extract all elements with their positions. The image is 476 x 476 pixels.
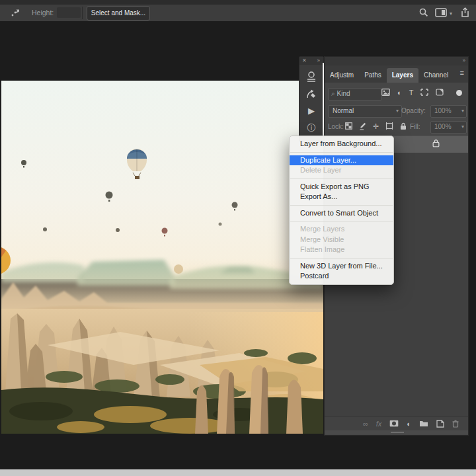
menu-separator: [290, 221, 393, 221]
close-icon[interactable]: ✕: [302, 57, 307, 65]
search-icon[interactable]: [418, 7, 429, 18]
layer-context-menu: Layer from Background... Duplicate Layer…: [289, 136, 394, 285]
opacity-value: 100%: [434, 107, 452, 114]
workspace-switcher-icon[interactable]: [435, 8, 447, 17]
properties-panel-icon[interactable]: [305, 70, 318, 83]
panel-menu-icon[interactable]: ≡: [460, 69, 464, 77]
options-divider: [82, 7, 83, 19]
chevron-down-icon: ▾: [396, 106, 399, 116]
lock-paint-icon[interactable]: [359, 122, 366, 131]
lock-move-icon[interactable]: ✛: [373, 122, 379, 131]
menu-item-merge-layers: Merge Layers: [290, 224, 393, 235]
layers-panel-toolbar: ∞ fx ◐: [325, 416, 468, 430]
photoshop-window: Height: Select and Mask... ▾: [0, 0, 476, 476]
filter-type-layers-icon[interactable]: T: [409, 89, 414, 97]
menu-item-merge-visible: Merge Visible: [290, 235, 393, 245]
info-panel-icon[interactable]: ⓘ: [305, 122, 318, 135]
collapse-panels-icon[interactable]: »: [317, 57, 320, 65]
menu-item-duplicate-layer[interactable]: Duplicate Layer...: [290, 155, 393, 166]
fill-input[interactable]: 100% ▾: [430, 121, 467, 134]
lock-transparency-icon[interactable]: [345, 122, 352, 131]
menu-item-new-3d-layer[interactable]: New 3D Layer from File...: [290, 261, 393, 272]
delete-layer-icon[interactable]: [452, 420, 459, 428]
opacity-label: Opacity:: [401, 107, 426, 114]
fill-value: 100%: [434, 123, 452, 130]
canvas-photo[interactable]: [1, 81, 323, 434]
menu-separator: [290, 205, 393, 206]
chevron-down-icon: ▾: [461, 106, 464, 116]
lock-icon: [432, 139, 440, 147]
tab-channels[interactable]: Channel: [418, 68, 454, 83]
filter-pixel-layers-icon[interactable]: [381, 89, 390, 97]
panel-tabs: Adjustm Paths Layers Channel: [325, 65, 468, 83]
adjustment-layer-icon[interactable]: ◐: [407, 420, 411, 428]
filter-kind-label: Kind: [337, 90, 350, 97]
filter-adjustment-layers-icon[interactable]: ◐: [397, 89, 402, 97]
menu-separator: [290, 152, 393, 153]
menu-item-layer-from-background[interactable]: Layer from Background...: [290, 139, 393, 149]
tool-options-bar: Height: Select and Mask... ▾: [0, 5, 476, 22]
blend-mode-select[interactable]: Normal ▾: [328, 105, 402, 118]
blend-mode-row: Normal ▾ Opacity: 100% ▾: [325, 104, 468, 119]
new-group-icon[interactable]: [419, 420, 428, 427]
panel-scrollbar[interactable]: [325, 430, 468, 434]
panel-icon-dock: ✕ » ▶ ⓘ: [299, 56, 324, 142]
select-and-mask-button[interactable]: Select and Mask...: [87, 6, 150, 20]
height-label: Height:: [32, 5, 54, 21]
add-mask-icon[interactable]: [389, 420, 399, 427]
layer-filter-row: ⌕Kind ◐ T: [325, 87, 468, 102]
tab-paths[interactable]: Paths: [359, 68, 387, 83]
filter-smart-objects-icon[interactable]: [436, 89, 444, 97]
new-layer-icon[interactable]: [436, 420, 444, 428]
panel-header: »: [325, 57, 468, 65]
menu-item-export-as[interactable]: Export As...: [290, 192, 393, 202]
menu-separator: [290, 258, 393, 258]
bottom-strip: [0, 469, 476, 476]
share-icon[interactable]: [460, 7, 470, 18]
menu-item-quick-export-png[interactable]: Quick Export as PNG: [290, 182, 393, 192]
lock-row: Lock: ✛ Fill: 100% ▾: [325, 120, 468, 135]
window-title-strip: [0, 0, 476, 5]
dock-header: ✕ »: [299, 57, 323, 65]
menu-item-delete-layer: Delete Layer: [290, 165, 393, 176]
link-layers-icon[interactable]: ∞: [363, 420, 368, 428]
blend-mode-value: Normal: [333, 107, 354, 114]
layer-effects-icon[interactable]: fx: [376, 420, 382, 428]
collapse-panel-icon[interactable]: »: [463, 58, 465, 63]
actions-panel-icon[interactable]: ▶: [305, 104, 318, 118]
tab-layers[interactable]: Layers: [387, 68, 418, 83]
lock-artboard-icon[interactable]: [385, 122, 393, 131]
filter-search-icon: ⌕: [331, 90, 335, 97]
menu-item-convert-smart-object[interactable]: Convert to Smart Object: [290, 208, 393, 219]
history-panel-icon[interactable]: [305, 87, 318, 100]
fill-label: Fill:: [410, 123, 420, 130]
filter-shape-layers-icon[interactable]: [420, 89, 428, 97]
chevron-down-icon: ▾: [461, 122, 464, 132]
menu-item-postcard[interactable]: Postcard: [290, 271, 393, 282]
menu-item-flatten-image: Flatten Image: [290, 245, 393, 255]
lock-label: Lock:: [328, 123, 344, 130]
opacity-input[interactable]: 100% ▾: [430, 105, 467, 118]
chevron-down-icon[interactable]: ▾: [450, 11, 452, 17]
transform-icon: [11, 8, 20, 18]
filter-toggle-icon[interactable]: [456, 90, 462, 96]
height-input[interactable]: [57, 7, 81, 18]
filter-kind-dropdown[interactable]: ⌕Kind: [328, 88, 382, 100]
tab-adjustments[interactable]: Adjustm: [325, 68, 359, 83]
menu-separator: [290, 178, 393, 179]
lock-all-icon[interactable]: [400, 122, 407, 131]
